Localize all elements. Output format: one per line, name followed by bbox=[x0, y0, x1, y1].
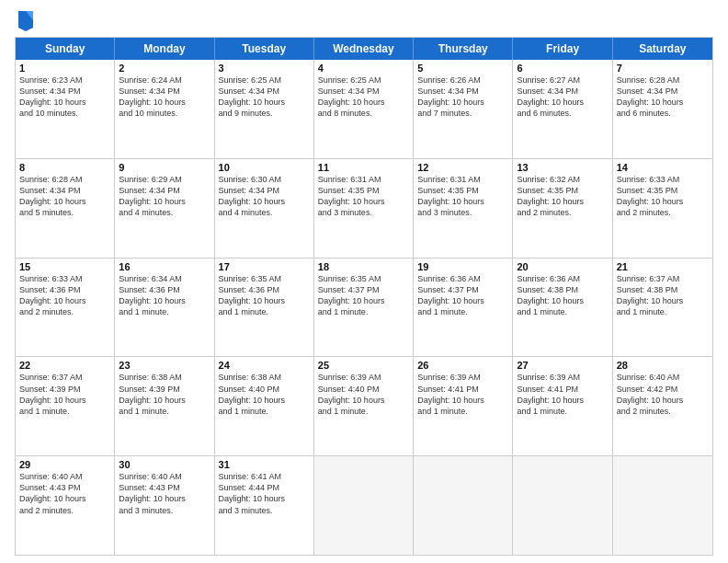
cell-info: Sunrise: 6:32 AM Sunset: 4:35 PM Dayligh… bbox=[517, 174, 608, 219]
day-number: 28 bbox=[617, 360, 709, 371]
cell-info: Sunrise: 6:25 AM Sunset: 4:34 PM Dayligh… bbox=[318, 75, 409, 120]
cal-cell bbox=[314, 456, 414, 555]
cal-cell: 22Sunrise: 6:37 AM Sunset: 4:39 PM Dayli… bbox=[16, 357, 115, 455]
cell-info: Sunrise: 6:31 AM Sunset: 4:35 PM Dayligh… bbox=[417, 174, 508, 219]
day-number: 21 bbox=[617, 261, 709, 272]
cell-info: Sunrise: 6:35 AM Sunset: 4:37 PM Dayligh… bbox=[318, 273, 409, 318]
cal-cell bbox=[513, 456, 612, 555]
week-row-2: 8Sunrise: 6:28 AM Sunset: 4:34 PM Daylig… bbox=[16, 158, 712, 258]
cal-cell: 30Sunrise: 6:40 AM Sunset: 4:43 PM Dayli… bbox=[115, 456, 214, 555]
cell-info: Sunrise: 6:34 AM Sunset: 4:36 PM Dayligh… bbox=[119, 273, 210, 318]
cal-cell: 10Sunrise: 6:30 AM Sunset: 4:34 PM Dayli… bbox=[215, 159, 314, 258]
cal-cell: 23Sunrise: 6:38 AM Sunset: 4:39 PM Dayli… bbox=[115, 357, 214, 455]
cal-cell: 18Sunrise: 6:35 AM Sunset: 4:37 PM Dayli… bbox=[314, 259, 414, 357]
cell-info: Sunrise: 6:31 AM Sunset: 4:35 PM Dayligh… bbox=[318, 174, 409, 219]
calendar-body: 1Sunrise: 6:23 AM Sunset: 4:34 PM Daylig… bbox=[16, 60, 712, 555]
day-number: 22 bbox=[19, 360, 110, 371]
cal-cell: 4Sunrise: 6:25 AM Sunset: 4:34 PM Daylig… bbox=[314, 60, 414, 158]
day-number: 27 bbox=[517, 360, 608, 371]
day-number: 4 bbox=[318, 63, 409, 74]
week-row-5: 29Sunrise: 6:40 AM Sunset: 4:43 PM Dayli… bbox=[16, 455, 712, 555]
logo-icon bbox=[17, 9, 35, 31]
cell-info: Sunrise: 6:38 AM Sunset: 4:39 PM Dayligh… bbox=[119, 372, 210, 417]
day-number: 1 bbox=[19, 63, 110, 74]
header-day-tuesday: Tuesday bbox=[215, 38, 314, 60]
cell-info: Sunrise: 6:40 AM Sunset: 4:43 PM Dayligh… bbox=[119, 471, 210, 516]
day-number: 19 bbox=[417, 261, 508, 272]
cal-cell: 11Sunrise: 6:31 AM Sunset: 4:35 PM Dayli… bbox=[314, 159, 414, 258]
logo bbox=[15, 11, 35, 31]
cell-info: Sunrise: 6:30 AM Sunset: 4:34 PM Dayligh… bbox=[219, 174, 310, 219]
day-number: 17 bbox=[219, 261, 310, 272]
day-number: 8 bbox=[19, 162, 110, 173]
day-number: 31 bbox=[219, 459, 310, 470]
cell-info: Sunrise: 6:33 AM Sunset: 4:36 PM Dayligh… bbox=[19, 273, 110, 318]
cal-cell: 25Sunrise: 6:39 AM Sunset: 4:40 PM Dayli… bbox=[314, 357, 414, 455]
cal-cell: 6Sunrise: 6:27 AM Sunset: 4:34 PM Daylig… bbox=[513, 60, 612, 158]
cal-cell bbox=[414, 456, 513, 555]
day-number: 26 bbox=[417, 360, 508, 371]
cal-cell: 19Sunrise: 6:36 AM Sunset: 4:37 PM Dayli… bbox=[414, 259, 513, 357]
cell-info: Sunrise: 6:36 AM Sunset: 4:38 PM Dayligh… bbox=[517, 273, 608, 318]
day-number: 2 bbox=[119, 63, 210, 74]
header-day-sunday: Sunday bbox=[16, 38, 115, 60]
cal-cell: 9Sunrise: 6:29 AM Sunset: 4:34 PM Daylig… bbox=[115, 159, 214, 258]
day-number: 10 bbox=[219, 162, 310, 173]
cell-info: Sunrise: 6:41 AM Sunset: 4:44 PM Dayligh… bbox=[219, 471, 310, 516]
cal-cell: 31Sunrise: 6:41 AM Sunset: 4:44 PM Dayli… bbox=[215, 456, 314, 555]
cell-info: Sunrise: 6:40 AM Sunset: 4:42 PM Dayligh… bbox=[617, 372, 709, 417]
day-number: 14 bbox=[617, 162, 709, 173]
cal-cell: 12Sunrise: 6:31 AM Sunset: 4:35 PM Dayli… bbox=[414, 159, 513, 258]
day-number: 23 bbox=[119, 360, 210, 371]
week-row-1: 1Sunrise: 6:23 AM Sunset: 4:34 PM Daylig… bbox=[16, 60, 712, 158]
cell-info: Sunrise: 6:38 AM Sunset: 4:40 PM Dayligh… bbox=[219, 372, 310, 417]
cell-info: Sunrise: 6:37 AM Sunset: 4:38 PM Dayligh… bbox=[617, 273, 709, 318]
cell-info: Sunrise: 6:40 AM Sunset: 4:43 PM Dayligh… bbox=[19, 471, 110, 516]
cal-cell: 14Sunrise: 6:33 AM Sunset: 4:35 PM Dayli… bbox=[613, 159, 712, 258]
day-number: 30 bbox=[119, 459, 210, 470]
cal-cell: 27Sunrise: 6:39 AM Sunset: 4:41 PM Dayli… bbox=[513, 357, 612, 455]
cell-info: Sunrise: 6:24 AM Sunset: 4:34 PM Dayligh… bbox=[119, 75, 210, 120]
cell-info: Sunrise: 6:26 AM Sunset: 4:34 PM Dayligh… bbox=[417, 75, 508, 120]
cal-cell: 24Sunrise: 6:38 AM Sunset: 4:40 PM Dayli… bbox=[215, 357, 314, 455]
cal-cell: 28Sunrise: 6:40 AM Sunset: 4:42 PM Dayli… bbox=[613, 357, 712, 455]
day-number: 20 bbox=[517, 261, 608, 272]
cal-cell bbox=[613, 456, 712, 555]
header-day-saturday: Saturday bbox=[613, 38, 712, 60]
cell-info: Sunrise: 6:35 AM Sunset: 4:36 PM Dayligh… bbox=[219, 273, 310, 318]
cell-info: Sunrise: 6:28 AM Sunset: 4:34 PM Dayligh… bbox=[617, 75, 709, 120]
header bbox=[15, 11, 713, 31]
cal-cell: 13Sunrise: 6:32 AM Sunset: 4:35 PM Dayli… bbox=[513, 159, 612, 258]
cell-info: Sunrise: 6:36 AM Sunset: 4:37 PM Dayligh… bbox=[417, 273, 508, 318]
cell-info: Sunrise: 6:39 AM Sunset: 4:40 PM Dayligh… bbox=[318, 372, 409, 417]
day-number: 18 bbox=[318, 261, 409, 272]
cal-cell: 1Sunrise: 6:23 AM Sunset: 4:34 PM Daylig… bbox=[16, 60, 115, 158]
day-number: 24 bbox=[219, 360, 310, 371]
day-number: 6 bbox=[517, 63, 608, 74]
day-number: 9 bbox=[119, 162, 210, 173]
cell-info: Sunrise: 6:29 AM Sunset: 4:34 PM Dayligh… bbox=[119, 174, 210, 219]
week-row-3: 15Sunrise: 6:33 AM Sunset: 4:36 PM Dayli… bbox=[16, 258, 712, 357]
day-number: 3 bbox=[219, 63, 310, 74]
cal-cell: 5Sunrise: 6:26 AM Sunset: 4:34 PM Daylig… bbox=[414, 60, 513, 158]
cell-info: Sunrise: 6:25 AM Sunset: 4:34 PM Dayligh… bbox=[219, 75, 310, 120]
calendar-header: SundayMondayTuesdayWednesdayThursdayFrid… bbox=[16, 38, 712, 60]
cell-info: Sunrise: 6:39 AM Sunset: 4:41 PM Dayligh… bbox=[517, 372, 608, 417]
header-day-monday: Monday bbox=[115, 38, 214, 60]
cal-cell: 3Sunrise: 6:25 AM Sunset: 4:34 PM Daylig… bbox=[215, 60, 314, 158]
day-number: 16 bbox=[119, 261, 210, 272]
day-number: 13 bbox=[517, 162, 608, 173]
day-number: 12 bbox=[417, 162, 508, 173]
cal-cell: 7Sunrise: 6:28 AM Sunset: 4:34 PM Daylig… bbox=[613, 60, 712, 158]
cell-info: Sunrise: 6:27 AM Sunset: 4:34 PM Dayligh… bbox=[517, 75, 608, 120]
day-number: 7 bbox=[617, 63, 709, 74]
cell-info: Sunrise: 6:28 AM Sunset: 4:34 PM Dayligh… bbox=[19, 174, 110, 219]
header-day-friday: Friday bbox=[513, 38, 612, 60]
day-number: 11 bbox=[318, 162, 409, 173]
cal-cell: 15Sunrise: 6:33 AM Sunset: 4:36 PM Dayli… bbox=[16, 259, 115, 357]
day-number: 25 bbox=[318, 360, 409, 371]
cell-info: Sunrise: 6:37 AM Sunset: 4:39 PM Dayligh… bbox=[19, 372, 110, 417]
header-day-wednesday: Wednesday bbox=[314, 38, 414, 60]
day-number: 15 bbox=[19, 261, 110, 272]
cal-cell: 8Sunrise: 6:28 AM Sunset: 4:34 PM Daylig… bbox=[16, 159, 115, 258]
